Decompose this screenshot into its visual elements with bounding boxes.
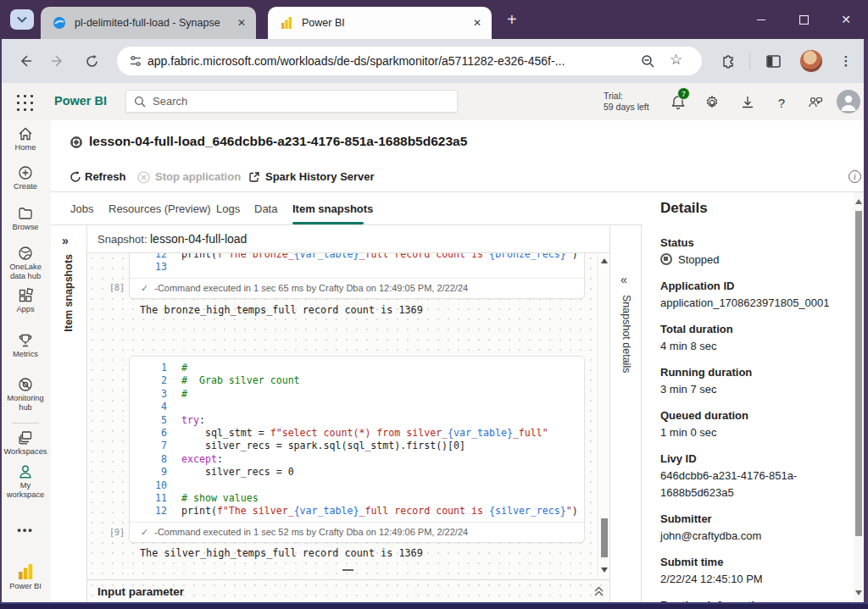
feedback-icon[interactable]	[804, 91, 826, 113]
bookmark-star-icon[interactable]: ☆	[670, 51, 682, 69]
window-frame-right	[864, 39, 868, 609]
sidebar-item-powerbi[interactable]: Power BI	[0, 562, 51, 591]
sidebar-item-browse[interactable]: Browse	[0, 205, 51, 232]
code-line: 8except:	[130, 453, 584, 466]
sidebar-item-home[interactable]: Home	[0, 125, 51, 152]
detail-field: Queued duration1 min 0 sec	[660, 407, 845, 441]
code-cell[interactable]: 1#2# Grab silver count3#45try:6 sql_stmt…	[129, 356, 585, 543]
code-line: 9 silver_recs = 0	[130, 466, 584, 479]
canvas-scrollbar[interactable]	[598, 253, 609, 579]
expand-section-icon[interactable]	[593, 585, 604, 597]
scroll-up-icon[interactable]	[601, 258, 608, 263]
scroll-up-icon[interactable]	[855, 199, 862, 204]
field-label: Submit time	[660, 554, 845, 571]
sidebar-item-my-workspace[interactable]: My workspace	[0, 463, 51, 500]
field-label: Livy ID	[660, 451, 845, 468]
account-avatar[interactable]	[837, 90, 860, 113]
create-icon	[17, 164, 34, 181]
code-line: 5try:	[130, 414, 584, 427]
code-line: 13	[130, 261, 584, 274]
code-cell[interactable]: 12print(f"The bronze_{var_table}_full re…	[129, 253, 585, 299]
tab-item-snapshots[interactable]: Item snapshots	[292, 202, 373, 215]
refresh-icon	[70, 171, 81, 183]
browser-toolbar: app.fabric.microsoft.com/workloads/de-ds…	[0, 39, 868, 83]
sidebar-more-icon[interactable]: •••	[0, 523, 51, 536]
cell-execution-status: ✓-Command executed in 1 sec 65 ms by Cra…	[130, 278, 584, 298]
browser-menu-icon[interactable]: ⋮	[834, 49, 858, 73]
new-tab-button[interactable]: +	[507, 10, 517, 30]
reload-button[interactable]	[80, 49, 103, 73]
onelake-icon	[17, 245, 34, 262]
sidebar-divider	[12, 423, 39, 424]
tab-resources[interactable]: Resources (Preview)	[108, 202, 211, 215]
scrollbar-thumb[interactable]	[855, 211, 862, 536]
field-label: Running duration	[660, 364, 845, 381]
window-frame-left	[0, 39, 2, 609]
notification-badge: 7	[677, 87, 690, 100]
forward-button[interactable]	[46, 49, 70, 73]
metrics-icon	[17, 332, 34, 349]
zoom-icon[interactable]	[641, 54, 655, 69]
address-bar[interactable]: app.fabric.microsoft.com/workloads/de-ds…	[117, 47, 702, 75]
application-status-icon	[70, 136, 82, 148]
refresh-button[interactable]: Refresh	[85, 170, 125, 183]
scroll-down-icon[interactable]	[855, 590, 862, 595]
window-maximize-button[interactable]	[784, 0, 823, 39]
field-value: john@craftydba.com	[660, 528, 845, 545]
detail-field: Application IDapplication_1708623971805_…	[660, 278, 845, 312]
spark-history-server-button[interactable]: Spark History Server	[265, 170, 375, 183]
resize-handle[interactable]	[342, 569, 353, 571]
detail-field: Submitterjohn@craftydba.com	[660, 511, 845, 545]
browser-tab-synapse[interactable]: pl-delimited-full-load - Synapse ✕	[41, 7, 256, 39]
browser-profile-avatar[interactable]	[800, 50, 822, 72]
field-value: application_1708623971805_0001	[660, 295, 845, 312]
snapshot-details-strip: « Snapshot details	[609, 225, 642, 604]
site-settings-icon[interactable]	[129, 54, 142, 68]
tab-search-button[interactable]	[10, 9, 34, 30]
search-input[interactable]: Search	[125, 90, 458, 113]
settings-gear-icon[interactable]	[701, 91, 723, 113]
sidebar-item-metrics[interactable]: Metrics	[0, 332, 51, 359]
field-value: Stopped	[660, 252, 845, 269]
sidebar-item-create[interactable]: Create	[0, 164, 51, 191]
extensions-icon[interactable]	[716, 49, 740, 73]
tab-data[interactable]: Data	[254, 202, 277, 215]
window-close-button[interactable]: ✕	[826, 0, 865, 39]
tab-logs[interactable]: Logs	[216, 202, 240, 215]
field-value: 3 min 7 sec	[660, 381, 845, 398]
details-scrollbar[interactable]	[854, 192, 864, 604]
scrollbar-thumb[interactable]	[601, 518, 608, 557]
back-button[interactable]	[14, 49, 37, 73]
stopped-status-icon	[660, 253, 672, 265]
side-panel-icon[interactable]	[761, 49, 785, 73]
url-text: app.fabric.microsoft.com/workloads/de-ds…	[147, 54, 565, 68]
info-icon[interactable]: i	[849, 170, 861, 183]
window-minimize-button[interactable]: ─	[742, 0, 781, 39]
notebook-canvas: 12print(f"The bronze_{var_table}_full re…	[87, 253, 598, 579]
item-snapshots-strip: » Item snapshots	[51, 225, 87, 604]
page-title: lesson-04-full-load_646dcbb6-a231-4176-8…	[89, 134, 467, 149]
help-icon[interactable]: ?	[771, 91, 793, 113]
field-value: 2/22/24 12:45:10 PM	[660, 571, 845, 588]
sidebar-item-onelake-data-hub[interactable]: OneLake data hub	[0, 245, 51, 281]
toolbar-divider	[749, 53, 750, 69]
app-launcher-icon[interactable]	[14, 92, 35, 113]
sidebar-item-monitoring-hub[interactable]: Monitoring hub	[0, 376, 51, 412]
scroll-down-icon[interactable]	[601, 567, 608, 573]
tab-close-icon[interactable]: ✕	[237, 17, 246, 29]
apps-icon	[17, 287, 34, 304]
browser-titlebar: pl-delimited-full-load - Synapse ✕ Power…	[0, 0, 868, 39]
sidebar-item-workspaces[interactable]: Workspaces	[0, 429, 51, 457]
collapse-details-icon[interactable]: «	[620, 273, 627, 286]
field-label: Application ID	[660, 278, 845, 295]
detail-field: Livy ID646dcbb6-a231-4176-851a-1688b5d62…	[660, 451, 845, 501]
tab-jobs[interactable]: Jobs	[70, 202, 93, 215]
browser-tab-powerbi[interactable]: Power BI ✕	[268, 7, 492, 39]
stop-application-button[interactable]: Stop application	[155, 170, 241, 183]
download-icon[interactable]	[737, 91, 759, 113]
sidebar-item-apps[interactable]: Apps	[0, 287, 51, 314]
collapse-strip-icon[interactable]: »	[62, 234, 69, 247]
powerbi-brand[interactable]: Power BI	[54, 94, 107, 108]
tab-close-icon[interactable]: ✕	[473, 17, 481, 29]
check-icon: ✓	[141, 527, 148, 538]
